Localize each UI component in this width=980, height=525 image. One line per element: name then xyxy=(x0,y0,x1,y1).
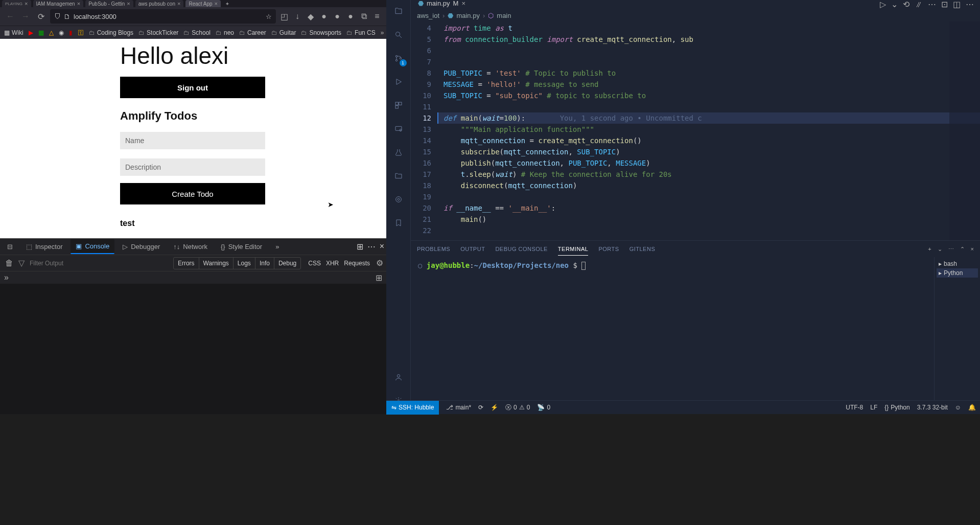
bookmark-icon[interactable] xyxy=(391,216,406,230)
filter-xhr[interactable]: XHR xyxy=(326,260,339,267)
signout-button[interactable]: Sign out xyxy=(120,77,265,98)
downloads-icon[interactable]: ↓ xyxy=(292,11,302,21)
breadcrumb[interactable]: aws_iot › ⬣ main.py › ⬡ main xyxy=(411,9,980,21)
gear-icon[interactable]: ⚙ xyxy=(376,258,383,268)
browser-tab[interactable]: React App× xyxy=(185,0,221,7)
chevron-down-icon[interactable]: ⌄ xyxy=(938,246,942,253)
new-terminal-icon[interactable]: + xyxy=(928,246,931,253)
run-debug-icon[interactable] xyxy=(391,75,406,89)
close-icon[interactable]: × xyxy=(25,1,28,7)
filter-funnel-icon[interactable]: ▽ xyxy=(18,258,25,268)
devtools-tab-inspector[interactable]: ⬚Inspector xyxy=(21,240,67,254)
bookmark-item[interactable]: ◉ xyxy=(59,29,64,36)
extensions-icon[interactable] xyxy=(391,98,406,112)
bookmark-folder[interactable]: 🗀Snowsports xyxy=(301,29,341,36)
maximize-icon[interactable]: ⌃ xyxy=(960,246,965,253)
target-icon[interactable] xyxy=(391,192,406,207)
filter-css[interactable]: CSS xyxy=(308,260,321,267)
python-interpreter[interactable]: 3.7.3 32-bit xyxy=(917,404,948,411)
code-content[interactable]: import time as tfrom connection_builder … xyxy=(438,21,980,240)
panel-tab-ports[interactable]: PORTS xyxy=(598,243,619,255)
source-control-icon[interactable]: 1 xyxy=(391,51,406,65)
panel-tab-terminal[interactable]: TERMINAL xyxy=(558,243,589,256)
devtools-tab-debugger[interactable]: ▷Debugger xyxy=(118,240,165,254)
terminal-item[interactable]: ▸Python xyxy=(937,268,978,278)
breadcrumb-item[interactable]: main xyxy=(497,12,511,19)
close-icon[interactable]: × xyxy=(215,1,218,7)
ports-status[interactable]: 📡0 xyxy=(537,404,550,411)
app-menu-icon[interactable]: ≡ xyxy=(372,11,382,21)
forward-button[interactable]: → xyxy=(19,10,32,22)
run-icon[interactable]: ▷ xyxy=(880,0,886,9)
folder-icon[interactable] xyxy=(391,169,406,183)
bookmark-item[interactable]: ▦Wiki xyxy=(4,29,24,36)
filter-logs[interactable]: Logs xyxy=(234,258,255,269)
more-icon[interactable]: ⋯ xyxy=(948,246,954,253)
close-icon[interactable]: × xyxy=(461,0,465,7)
close-icon[interactable]: × xyxy=(380,242,384,252)
devtools-menu-icon[interactable]: ⋯ xyxy=(367,242,376,252)
extension-icon[interactable]: ◆ xyxy=(306,11,316,21)
extension-icon[interactable]: ● xyxy=(332,11,342,21)
filter-errors[interactable]: Errors xyxy=(174,258,199,269)
encoding-status[interactable]: UTF-8 xyxy=(846,404,863,411)
filter-input[interactable] xyxy=(28,258,150,269)
search-icon[interactable] xyxy=(391,28,406,42)
browser-tab[interactable]: PLAYING× xyxy=(2,0,31,7)
reload-button[interactable]: ⟳ xyxy=(35,10,47,22)
extension-icon[interactable]: ● xyxy=(345,11,356,21)
expand-icon[interactable]: » xyxy=(4,273,9,282)
panel-tab-gitlens[interactable]: GITLENS xyxy=(629,243,656,255)
sidebar-toggle-icon[interactable]: ⊞ xyxy=(376,273,382,283)
bookmark-item[interactable]: ▶ xyxy=(29,29,33,36)
explorer-icon[interactable] xyxy=(391,4,406,18)
bookmark-folder[interactable]: 🗀neo xyxy=(216,29,234,36)
panel-tab-debug-console[interactable]: DEBUG CONSOLE xyxy=(495,243,547,255)
language-mode[interactable]: {} Python xyxy=(884,404,909,411)
site-info-icon[interactable]: 🗋 xyxy=(64,13,71,20)
bookmark-folder[interactable]: 🗀Coding Blogs xyxy=(89,29,133,36)
more-actions-icon[interactable]: ⋯ xyxy=(966,0,974,9)
devtools-tab-network[interactable]: ↑↓Network xyxy=(168,240,213,254)
live-share-icon[interactable]: ⚡ xyxy=(491,404,498,411)
bookmark-item[interactable]: ⚿ xyxy=(78,29,84,36)
bookmarks-overflow-icon[interactable]: » xyxy=(381,29,384,36)
browser-tab[interactable]: PubSub - Gettin× xyxy=(85,0,133,7)
minimap[interactable] xyxy=(949,21,980,240)
terminal-item[interactable]: ▸bash xyxy=(937,259,978,268)
remote-indicator[interactable]: ⇋SSH: Hubble xyxy=(386,401,439,415)
bookmark-folder[interactable]: 🗀StockTicker xyxy=(138,29,178,36)
split-icon[interactable]: ⫽ xyxy=(915,0,923,9)
compare-icon[interactable]: ⊡ xyxy=(941,0,948,9)
feedback-icon[interactable]: ☺ xyxy=(955,404,961,411)
filter-info[interactable]: Info xyxy=(255,258,274,269)
name-input[interactable] xyxy=(120,132,265,149)
bookmark-folder[interactable]: 🗀Fun CS xyxy=(346,29,376,36)
url-input[interactable]: ⛉ 🗋 localhost:3000 ☆ xyxy=(50,9,276,24)
split-editor-icon[interactable]: ◫ xyxy=(953,0,961,9)
problems-status[interactable]: ⓧ0 ⚠0 xyxy=(505,403,530,412)
description-input[interactable] xyxy=(120,158,265,176)
code-editor[interactable]: 45678910111213141516171819202122 import … xyxy=(411,21,980,240)
close-icon[interactable]: × xyxy=(77,1,80,7)
editor-tab[interactable]: ⬣ main.py M × xyxy=(413,0,471,9)
bookmark-star-icon[interactable]: ☆ xyxy=(266,13,272,20)
pocket-icon[interactable]: ◰ xyxy=(279,11,289,21)
bookmark-item[interactable]: ▮ xyxy=(69,29,73,36)
testing-icon[interactable] xyxy=(391,145,406,159)
close-icon[interactable]: × xyxy=(177,1,180,7)
devtools-tab-console[interactable]: ▣Console xyxy=(71,239,114,254)
extension-icon[interactable]: ● xyxy=(319,11,329,21)
bookmark-folder[interactable]: 🗀School xyxy=(183,29,211,36)
breadcrumb-item[interactable]: aws_iot xyxy=(417,12,439,19)
dots-icon[interactable]: ⋯ xyxy=(928,0,936,9)
account-icon[interactable] xyxy=(391,370,406,384)
close-icon[interactable]: × xyxy=(127,1,130,7)
bookmark-item[interactable]: △ xyxy=(49,29,54,36)
terminal-body[interactable]: ○ jay@hubble:~/Desktop/Projects/neo $ xyxy=(411,257,934,414)
panel-tab-output[interactable]: OUTPUT xyxy=(460,243,485,255)
filter-requests[interactable]: Requests xyxy=(344,260,370,267)
devtools-tab-style-editor[interactable]: {}Style Editor xyxy=(216,240,267,254)
trash-icon[interactable]: 🗑 xyxy=(3,257,15,270)
notifications-icon[interactable]: 🔔 xyxy=(968,404,976,411)
